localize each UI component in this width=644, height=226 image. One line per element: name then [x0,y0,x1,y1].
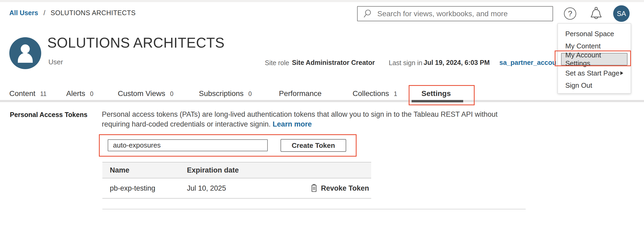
notifications-bell-icon[interactable] [589,6,603,23]
token-expiration-cell: Jul 10, 2025 [187,184,310,192]
breadcrumb-all-users-link[interactable]: All Users [9,9,38,17]
revoke-token-button[interactable]: Revoke Token [310,184,369,192]
top-edge-strip [0,0,644,2]
breadcrumb: All Users / SOLUTIONS ARCHITECTS [9,9,136,17]
tab-performance[interactable]: Performance [279,89,321,98]
help-icon[interactable]: ? [564,7,576,20]
tab-subscriptions-count: 0 [248,90,252,98]
menu-item-my-account-settings[interactable]: My Account Settings [561,53,628,65]
tab-alerts[interactable]: Alerts0 [66,89,93,98]
person-icon [9,37,41,69]
global-search[interactable] [357,6,553,21]
create-token-button[interactable]: Create Token [281,139,346,152]
menu-item-set-start-page[interactable]: Set as Start Page [558,67,631,79]
breadcrumb-separator: / [43,9,45,17]
tab-collections[interactable]: Collections1 [353,89,397,98]
menu-item-sign-out[interactable]: Sign Out [558,79,631,91]
column-header-name: Name [102,166,187,174]
submenu-caret-icon [620,71,623,75]
token-table-header: Name Expiration date [102,162,371,178]
last-signin-value: Jul 19, 2024, 6:03 PM [424,59,490,66]
trash-icon [310,184,318,192]
site-role-value: Site Administrator Creator [292,59,375,66]
user-avatar[interactable]: SA [613,5,630,22]
page-subtitle: User [48,58,63,66]
avatar-initials: SA [617,10,626,18]
search-icon [363,9,373,19]
search-input[interactable] [377,9,542,18]
site-role-label: Site role [265,59,289,67]
tab-content[interactable]: Content11 [9,89,47,98]
help-glyph: ? [568,9,572,18]
column-header-expiration: Expiration date [187,166,310,174]
last-signin-label: Last sign in [389,59,422,67]
account-menu: Personal Space My Content My Account Set… [558,23,631,94]
tab-track [0,100,644,102]
tab-custom-views-count: 0 [170,90,173,98]
active-tab-indicator [412,100,463,102]
tab-subscriptions[interactable]: Subscriptions0 [199,89,252,98]
token-name-input[interactable] [108,139,268,151]
menu-item-my-content[interactable]: My Content [558,40,631,52]
tab-settings[interactable]: Settings [421,89,451,98]
section-divider [102,209,526,210]
token-table: Name Expiration date pb-exp-testing Jul … [102,162,371,199]
token-name-cell: pb-exp-testing [102,184,187,192]
breadcrumb-current: SOLUTIONS ARCHITECTS [51,9,136,17]
tab-collections-count: 1 [394,90,397,98]
tab-content-count: 11 [40,90,47,98]
pat-section-heading: Personal Access Tokens [10,111,87,119]
page-title: SOLUTIONS ARCHITECTS [47,35,225,51]
table-row: pb-exp-testing Jul 10, 2025 Revoke Token [102,178,371,199]
tab-alerts-count: 0 [90,90,94,98]
pat-description: Personal access tokens (PATs) are long-l… [102,110,524,129]
profile-avatar [9,37,41,69]
learn-more-link[interactable]: Learn more [273,120,312,128]
menu-item-personal-space[interactable]: Personal Space [558,28,631,40]
tab-custom-views[interactable]: Custom Views0 [118,89,173,98]
account-username-link[interactable]: sa_partner_accou [499,59,556,66]
